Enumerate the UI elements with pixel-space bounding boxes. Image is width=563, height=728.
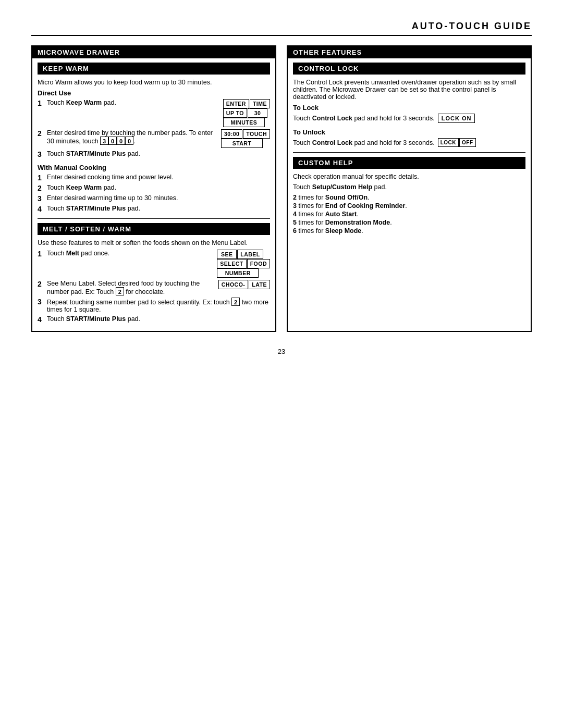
boxed-num: 0: [117, 137, 125, 145]
step-number: 2: [38, 129, 47, 138]
keep-warm-section: KEEP WARM Micro Warm allows you to keep …: [32, 63, 275, 324]
unlock-step-row: Touch Control Lock pad and hold for 3 se…: [293, 138, 525, 147]
key-cell: ENTER: [223, 99, 249, 108]
control-lock-header: CONTROL LOCK: [293, 63, 525, 75]
list-item: 5 times for Demonstration Mode.: [293, 219, 525, 226]
step-body: Touch START/Minute Plus pad.: [47, 205, 270, 212]
step-text: Enter desired time by touching the numbe…: [47, 129, 217, 145]
step-item: 2 Touch Keep Warm pad.: [38, 184, 270, 192]
step-number: 3: [38, 298, 47, 306]
step-body: Repeat touching same number pad to selec…: [47, 298, 270, 313]
step-body: Touch Keep Warm pad. ENTER TIME UP TO 30: [47, 99, 270, 127]
key-cell: START: [221, 139, 263, 148]
custom-help-setup: Touch Setup/Custom Help pad.: [293, 183, 525, 191]
step-item: 2 Enter desired time by touching the num…: [38, 129, 270, 148]
step-body: Touch START/Minute Plus pad.: [47, 150, 270, 157]
key-cell: SEE: [217, 250, 237, 259]
key-cell: TOUCH: [243, 129, 270, 139]
key-cell: UP TO: [223, 108, 247, 118]
step-body: Enter desired time by touching the numbe…: [47, 129, 270, 148]
lock-step-row: Touch Control Lock pad and hold for 3 se…: [293, 114, 525, 123]
lock-key: LOCK: [438, 138, 459, 147]
step-number: 3: [38, 150, 47, 158]
key-cell: TIME: [250, 99, 270, 108]
step-item: 1 Touch Keep Warm pad. ENTER TIME: [38, 99, 270, 127]
key-cell: CHOCO-: [218, 280, 249, 289]
other-features-section: OTHER FEATURES CONTROL LOCK The Control …: [287, 45, 532, 332]
other-features-header: OTHER FEATURES: [288, 46, 531, 58]
boxed-num: 0: [125, 137, 133, 145]
boxed-num: 0: [108, 137, 117, 145]
key-cell: 30:00: [221, 129, 242, 139]
step-body: Touch START/Minute Plus pad.: [47, 315, 270, 323]
key-cell: LABEL: [237, 250, 263, 259]
control-lock-section: CONTROL LOCK The Control Lock prevents u…: [288, 63, 531, 235]
melt-soften-header: MELT / SOFTEN / WARM: [38, 223, 270, 235]
key-group: 30:00 TOUCH START: [221, 129, 270, 148]
step-text: See Menu Label. Select desired food by t…: [47, 280, 216, 295]
custom-help-list: 2 times for Sound Off/On. 3 times for En…: [293, 194, 525, 235]
step-item: 3 Enter desired warming time up to 30 mi…: [38, 194, 270, 203]
step-item: 3 Repeat touching same number pad to sel…: [38, 298, 270, 313]
step-number: 1: [38, 99, 47, 107]
key-group: ENTER TIME UP TO 30 MINUTES: [223, 99, 270, 127]
direct-use-title: Direct Use: [38, 89, 270, 97]
control-lock-intro: The Control Lock prevents unwanted oven/…: [293, 79, 525, 101]
step-item: 1 Enter desired cooking time and power l…: [38, 174, 270, 182]
direct-use-subsection: Direct Use 1 Touch Keep Warm pad. ENTER: [38, 89, 270, 158]
melt-intro: Use these features to melt or soften the…: [38, 239, 270, 246]
key-cell: LATE: [249, 280, 270, 289]
key-group: CHOCO- LATE: [218, 280, 270, 289]
to-unlock-subsection: To Unlock Touch Control Lock pad and hol…: [293, 128, 525, 147]
to-lock-subsection: To Lock Touch Control Lock pad and hold …: [293, 104, 525, 123]
list-item: 4 times for Auto Start.: [293, 211, 525, 218]
to-unlock-title: To Unlock: [293, 128, 525, 136]
step-body: Enter desired warming time up to 30 minu…: [47, 194, 270, 202]
off-key: OFF: [459, 138, 476, 147]
step-number: 2: [38, 184, 47, 192]
keep-warm-header: KEEP WARM: [38, 63, 270, 75]
key-cell: FOOD: [247, 259, 270, 268]
boxed-num: 2: [231, 298, 240, 306]
step-number: 1: [38, 174, 47, 182]
page-title: AUTO-TOUCH GUIDE: [31, 21, 532, 36]
lock-on-key: LOCK ON: [438, 114, 475, 123]
custom-help-header: CUSTOM HELP: [293, 157, 525, 169]
step-item: 4 Touch START/Minute Plus pad.: [38, 205, 270, 213]
step-text: Touch Melt pad once.: [47, 250, 213, 257]
step-body: Touch Keep Warm pad.: [47, 184, 270, 191]
step-body: Touch Melt pad once. SEE LABEL SELECT FO…: [47, 250, 270, 278]
lock-off-keys: LOCK OFF: [438, 138, 476, 147]
step-item: 3 Touch START/Minute Plus pad.: [38, 150, 270, 158]
lock-step-text: Touch Control Lock pad and hold for 3 se…: [293, 115, 435, 122]
custom-help-intro: Check operation manual for specific deta…: [293, 173, 525, 180]
step-number: 2: [38, 280, 47, 288]
step-number: 1: [38, 250, 47, 258]
boxed-num: 3: [100, 137, 108, 145]
step-item: 2 See Menu Label. Select desired food by…: [38, 280, 270, 295]
unlock-step-text: Touch Control Lock pad and hold for 3 se…: [293, 139, 435, 146]
step-item: 1 Touch Melt pad once. SEE LABEL SELECT: [38, 250, 270, 278]
list-item: 6 times for Sleep Mode.: [293, 227, 525, 235]
key-cell: MINUTES: [223, 118, 265, 127]
keep-warm-intro: Micro Warm allows you to keep food warm …: [38, 79, 270, 86]
step-body: See Menu Label. Select desired food by t…: [47, 280, 270, 295]
manual-cooking-subsection: With Manual Cooking 1 Enter desired cook…: [38, 164, 270, 213]
boxed-num: 2: [116, 287, 124, 295]
step-item: 4 Touch START/Minute Plus pad.: [38, 315, 270, 324]
list-item: 2 times for Sound Off/On.: [293, 194, 525, 201]
list-item: 3 times for End of Cooking Reminder.: [293, 202, 525, 209]
key-cell: NUMBER: [217, 268, 259, 278]
manual-cooking-title: With Manual Cooking: [38, 164, 270, 171]
page-number: 23: [31, 348, 532, 355]
key-group: SEE LABEL SELECT FOOD NUMBER: [217, 250, 270, 278]
step-text: Touch Keep Warm pad.: [47, 99, 219, 106]
key-cell: 30: [248, 108, 267, 118]
step-body: Enter desired cooking time and power lev…: [47, 174, 270, 181]
microwave-drawer-header: MICROWAVE DRAWER: [32, 46, 275, 58]
key-cell: SELECT: [217, 259, 246, 268]
step-number: 4: [38, 315, 47, 324]
microwave-drawer-section: MICROWAVE DRAWER KEEP WARM Micro Warm al…: [31, 45, 276, 332]
to-lock-title: To Lock: [293, 104, 525, 112]
step-number: 3: [38, 194, 47, 203]
